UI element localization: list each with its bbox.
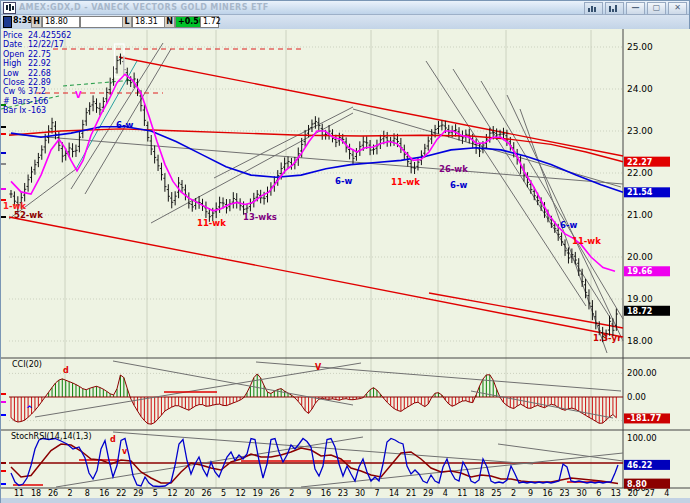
date-tick-label: 26	[48, 489, 58, 498]
low-button[interactable]: L	[122, 16, 132, 28]
chart-style-icon[interactable]	[584, 2, 603, 15]
price-tick-label: 23.00	[627, 126, 653, 136]
cycle-annotation: 6-w	[560, 220, 577, 230]
cycle-annotation: 1.3-yr	[593, 333, 622, 343]
info-row: Price24.425562	[3, 31, 71, 40]
high-button[interactable]: H	[31, 16, 42, 28]
cci-signal-mark: V	[315, 363, 322, 372]
axis-tag-label: 8.80	[627, 480, 647, 489]
date-tick-label: 26	[201, 489, 211, 498]
date-tick-label: 12	[236, 489, 246, 498]
date-tick-label: 23	[560, 489, 570, 498]
date-tick-label: 5	[221, 489, 226, 498]
axis-tag-label: 19.66	[627, 267, 653, 276]
indicator-icon[interactable]	[605, 2, 624, 15]
date-tick-label: 30	[577, 489, 587, 498]
stoch-signal-mark: d	[110, 435, 116, 444]
cycle-annotation: 11-wk	[572, 236, 601, 246]
date-tick-label: 8	[85, 489, 90, 498]
date-tick-label: 9	[306, 489, 311, 498]
cycle-annotation: 13-wks	[243, 212, 277, 222]
cci-panel-label: CCI(20)	[12, 360, 42, 369]
quote-time: 8:39	[13, 16, 33, 26]
close-button[interactable]: ✕	[668, 2, 687, 15]
date-tick-label: 16	[542, 489, 552, 498]
axis-tag-label: 18.72	[627, 307, 652, 316]
date-tick-label: 6	[596, 489, 601, 498]
price-tick-label: 25.00	[627, 42, 653, 52]
titlebar[interactable]: AMEX:GDX,D - VANECK VECTORS GOLD MINERS …	[1, 1, 689, 15]
info-panel: Price24.425562Date12/22/17Open22.75High2…	[3, 31, 71, 116]
date-tick-label: 2	[289, 489, 294, 498]
date-tick-label: 2	[511, 489, 516, 498]
price-tick-label: 20.00	[627, 252, 653, 262]
date-tick-label: 2	[68, 489, 73, 498]
empty-field[interactable]	[80, 16, 123, 28]
date-tick-label: 30	[355, 489, 365, 498]
window-title: AMEX:GDX,D - VANECK VECTORS GOLD MINERS …	[19, 3, 269, 12]
date-tick-label: 22	[116, 489, 126, 498]
cci-signal-mark: d	[63, 366, 69, 375]
cycle-annotation: 6-w	[116, 120, 133, 130]
date-tick-label: 18	[31, 489, 41, 498]
info-row: Date12/22/17	[3, 40, 71, 49]
axis-tag-label: 21.54	[627, 188, 653, 197]
price-tick-label: 21.00	[627, 210, 653, 220]
info-row: Close22.89	[3, 78, 71, 87]
date-tick-label: 21	[406, 489, 416, 498]
maximize-button[interactable]: ▢	[647, 2, 666, 15]
date-tick-label: 9	[528, 489, 533, 498]
cycle-annotation: V	[75, 90, 82, 100]
date-tick-label: 16	[99, 489, 109, 498]
date-tick-label: 29	[133, 489, 143, 498]
price-tick-label: 24.00	[627, 84, 653, 94]
cci-tick-label: 200.00	[627, 368, 657, 378]
stoch-tick-label: 100.00	[627, 433, 657, 443]
info-row: Cw %37.2	[3, 87, 71, 96]
price-tick-label: 19.00	[627, 294, 653, 304]
axis-tag-label: 46.22	[627, 461, 652, 470]
date-tick-label: 11	[14, 489, 24, 498]
date-tick-label: 19	[253, 489, 263, 498]
date-tick-label: 25	[491, 489, 501, 498]
cycle-annotation: 26-wk	[439, 164, 468, 174]
high-value[interactable]: 18.80	[42, 16, 80, 28]
price-tick-label: 22.00	[627, 168, 653, 178]
cycle-annotation: 11-wk	[391, 177, 420, 187]
date-tick-label: 20	[184, 489, 194, 498]
color-swatch[interactable]	[3, 16, 12, 28]
price-tick-label: 18.00	[627, 336, 653, 346]
info-row: # Bars-166	[3, 97, 71, 106]
cycle-annotation: 52-wk	[14, 210, 43, 220]
stoch-signal-mark: v	[122, 447, 128, 456]
quote-bar: 8:39 H 18.80 L 18.31 N +0.56 1.72	[1, 15, 689, 29]
date-tick-label: 16	[321, 489, 331, 498]
date-tick-label: 27	[645, 489, 655, 498]
cci-tick-label: 0.00	[627, 392, 646, 402]
cycle-annotation: 11-wk	[197, 218, 226, 228]
info-row: Bar Ix-163	[3, 106, 71, 115]
minimize-button[interactable]: —	[626, 2, 645, 15]
cci-signal-mark: ^	[26, 405, 33, 414]
date-tick-label: 14	[389, 489, 399, 498]
date-tick-label: 29	[423, 489, 433, 498]
net-button[interactable]: N	[164, 16, 175, 28]
date-tick-label: 7	[375, 489, 380, 498]
chart-canvas[interactable]: 1-wk52-wkV6-w11-wk13-wks6-w11-wk26-wk6-w…	[1, 29, 690, 503]
net-value: +0.56	[175, 16, 202, 28]
info-row: Low22.68	[3, 69, 71, 78]
date-tick-label: 13	[611, 489, 621, 498]
info-row: High22.92	[3, 59, 71, 68]
date-tick-label: 4	[664, 489, 669, 498]
info-row: Open22.75	[3, 50, 71, 59]
last-value: 1.72	[200, 16, 219, 28]
date-tick-label: 11	[457, 489, 467, 498]
date-tick-label: 5	[153, 489, 158, 498]
date-tick-label: 23	[338, 489, 348, 498]
cycle-annotation: 6-w	[450, 180, 467, 190]
axis-tag-label: -181.77	[627, 414, 661, 423]
date-tick-label: 4	[443, 489, 448, 498]
window-bottom-strip	[1, 498, 690, 503]
low-value[interactable]: 18.31	[132, 16, 165, 28]
date-tick-label: 26	[270, 489, 280, 498]
